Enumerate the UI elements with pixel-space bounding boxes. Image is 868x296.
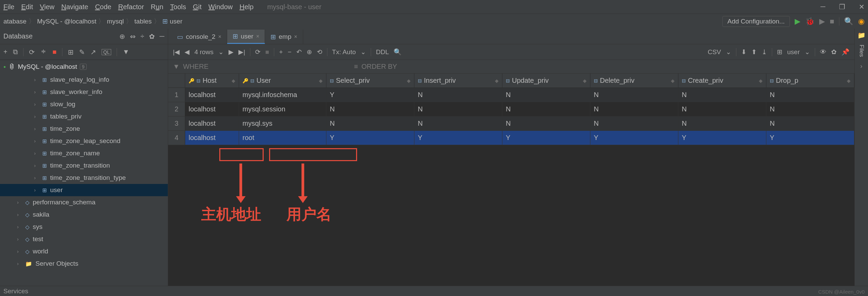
expand-icon[interactable]: ÷: [141, 32, 144, 41]
remove-row-icon[interactable]: −: [288, 48, 291, 56]
menu-tools[interactable]: Tools: [170, 3, 186, 11]
cell-create[interactable]: N: [678, 102, 766, 116]
orderby-label[interactable]: ORDER BY: [362, 63, 397, 71]
column-Drop_p[interactable]: ⊟Drop_p◆: [766, 74, 854, 88]
chevron-right-icon[interactable]: ›: [860, 62, 862, 70]
filter-icon[interactable]: ▼: [173, 63, 180, 71]
tree-item-sakila[interactable]: ›◇sakila: [0, 208, 168, 221]
view-target[interactable]: user: [787, 48, 800, 56]
menu-view[interactable]: View: [40, 3, 55, 11]
upload-icon[interactable]: ⬆: [751, 48, 757, 56]
table-row[interactable]: 3localhostmysql.sysNNNNNN: [168, 116, 854, 131]
crumb-4[interactable]: user: [170, 18, 182, 25]
column-Select_priv[interactable]: ⊟Select_priv◆: [326, 74, 414, 88]
filter-icon[interactable]: ▼: [122, 48, 129, 56]
search-icon[interactable]: 🔍: [394, 48, 402, 56]
cell-select[interactable]: N: [326, 102, 414, 116]
cell-user[interactable]: mysql.sys: [239, 116, 326, 130]
cell-drop[interactable]: N: [766, 116, 854, 130]
add-row-icon[interactable]: +: [279, 48, 283, 56]
cell-host[interactable]: localhost: [185, 88, 239, 102]
close-icon[interactable]: ✕: [859, 3, 865, 11]
menu-git[interactable]: Git: [193, 3, 202, 11]
menu-edit[interactable]: Edit: [21, 3, 33, 11]
cell-insert[interactable]: N: [414, 102, 502, 116]
close-tab-icon[interactable]: ×: [218, 34, 221, 40]
sort-icon[interactable]: ◆: [407, 78, 411, 83]
cell-delete[interactable]: N: [590, 116, 678, 130]
run-icon[interactable]: ▶: [795, 17, 800, 26]
close-tab-icon[interactable]: ×: [294, 34, 297, 40]
filter-schemas-icon[interactable]: ⫩: [40, 48, 47, 56]
files-tab[interactable]: Files: [858, 45, 865, 57]
tx-mode[interactable]: Tx: Auto: [332, 48, 356, 56]
download-icon[interactable]: ⬇: [741, 48, 747, 56]
folder-icon[interactable]: 📁: [857, 31, 866, 39]
cell-update[interactable]: N: [502, 116, 590, 130]
sort-icon[interactable]: ≡: [354, 63, 358, 71]
cell-host[interactable]: localhost: [185, 102, 239, 116]
tree-item-slow_log[interactable]: ›⊞slow_log: [0, 98, 168, 110]
cell-delete[interactable]: N: [590, 88, 678, 102]
add-configuration-button[interactable]: Add Configuration...: [722, 16, 790, 27]
cell-select[interactable]: Y: [326, 131, 414, 145]
console-icon[interactable]: QL: [102, 49, 112, 55]
cell-select[interactable]: Y: [326, 88, 414, 102]
cell-update[interactable]: N: [502, 102, 590, 116]
settings-icon[interactable]: ✿: [149, 32, 155, 41]
cell-delete[interactable]: N: [590, 102, 678, 116]
cell-update[interactable]: Y: [502, 131, 590, 145]
cell-drop[interactable]: N: [766, 102, 854, 116]
menu-run[interactable]: Run: [151, 3, 163, 11]
tree-item-world[interactable]: ›◇world: [0, 245, 168, 258]
services-label[interactable]: Services: [3, 287, 28, 295]
minimize-icon[interactable]: ─: [821, 3, 825, 11]
cell-insert[interactable]: Y: [414, 131, 502, 145]
menu-help[interactable]: Help: [239, 3, 253, 11]
menu-file[interactable]: File: [3, 3, 14, 11]
table-row[interactable]: 4localhostrootYYYYYY: [168, 131, 854, 145]
tree-item-test[interactable]: ›◇test: [0, 233, 168, 245]
jump-icon[interactable]: ↗: [90, 48, 96, 56]
cell-user[interactable]: mysql.session: [239, 102, 326, 116]
tab-emp[interactable]: ⊞emp×: [265, 30, 303, 44]
stop-icon[interactable]: ■: [830, 17, 834, 26]
table-row[interactable]: 2localhostmysql.sessionNNNNNN: [168, 102, 854, 116]
column-Host[interactable]: 🔑⊟Host◆: [185, 74, 239, 88]
sort-icon[interactable]: ◆: [319, 78, 323, 83]
cell-drop[interactable]: Y: [766, 131, 854, 145]
column-Insert_priv[interactable]: ⊟Insert_priv◆: [414, 74, 502, 88]
chevron-down-icon[interactable]: ⌄: [726, 48, 731, 56]
refresh-icon[interactable]: ⟳: [29, 48, 35, 56]
crumb-3[interactable]: tables: [134, 18, 152, 25]
reload-icon[interactable]: ⟳: [255, 48, 261, 56]
cell-update[interactable]: N: [502, 88, 590, 102]
stop-query-icon[interactable]: ■: [265, 48, 269, 56]
hide-icon[interactable]: ─: [160, 32, 164, 41]
tree-item-performance_schema[interactable]: ›◇performance_schema: [0, 196, 168, 208]
ddl-button[interactable]: DDL: [376, 48, 389, 56]
maximize-icon[interactable]: ❐: [839, 3, 845, 11]
cell-delete[interactable]: Y: [590, 131, 678, 145]
first-page-icon[interactable]: |◀: [173, 48, 180, 56]
cell-insert[interactable]: N: [414, 116, 502, 130]
pin-icon[interactable]: 📌: [841, 48, 850, 56]
update-icon[interactable]: ◉: [858, 17, 865, 26]
sort-icon[interactable]: ◆: [759, 78, 763, 83]
tree-item-tables_priv[interactable]: ›⊞tables_priv: [0, 110, 168, 123]
tab-user[interactable]: ⊞user×: [227, 30, 265, 44]
table-view-icon[interactable]: ⊞: [68, 48, 74, 56]
chevron-down-icon[interactable]: ⌄: [218, 48, 224, 56]
cell-create[interactable]: Y: [678, 131, 766, 145]
cell-select[interactable]: N: [326, 116, 414, 130]
tree-item-time_zone_leap_second[interactable]: ›⊞time_zone_leap_second: [0, 135, 168, 147]
column-Create_priv[interactable]: ⊟Create_priv◆: [678, 74, 766, 88]
last-page-icon[interactable]: ▶|: [238, 48, 245, 56]
column-User[interactable]: 🔑⊟User◆: [239, 74, 326, 88]
run-with-coverage-icon[interactable]: ▶: [819, 17, 825, 26]
cell-host[interactable]: localhost: [185, 131, 239, 145]
column-Update_priv[interactable]: ⊟Update_priv◆: [502, 74, 590, 88]
revert-icon[interactable]: ↶: [296, 48, 302, 56]
edit-icon[interactable]: ✎: [79, 48, 85, 56]
cell-host[interactable]: localhost: [185, 116, 239, 130]
